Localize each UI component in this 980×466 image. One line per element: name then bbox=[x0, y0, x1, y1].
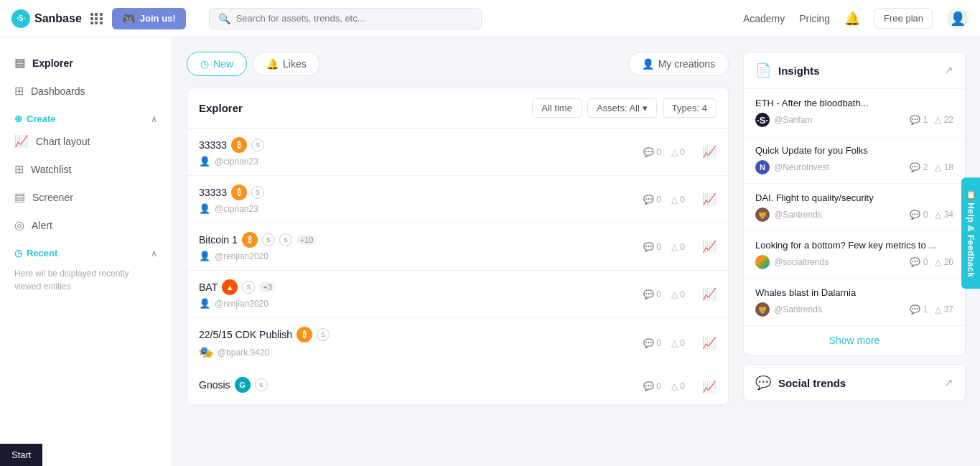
insight-row[interactable]: Whales blast in Dalarnia 🦁 @Santrends 💬 … bbox=[744, 279, 965, 326]
insight-title: Whales blast in Dalarnia bbox=[755, 287, 953, 298]
insight-comments: 💬 1 bbox=[910, 115, 928, 125]
sidebar-item-screener[interactable]: ▤ Screener bbox=[0, 183, 172, 211]
pricing-link[interactable]: Pricing bbox=[799, 13, 830, 24]
table-row[interactable]: Bitcoin 1 ₿ S S +10 👤 @renjian2020 bbox=[187, 223, 728, 271]
comment-count: 💬 0 bbox=[643, 195, 661, 205]
insight-title: ETH - After the bloodbath... bbox=[755, 98, 953, 108]
author-avatar: 🦁 bbox=[755, 302, 770, 317]
table-row[interactable]: 33333 ₿ S 👤 @ciprian23 💬 0 △ 0 bbox=[187, 176, 728, 223]
avatar[interactable]: 👤 bbox=[947, 8, 969, 29]
insights-card: 📄 Insights ↗ ETH - After the bloodbath..… bbox=[743, 52, 966, 355]
screener-icon: ▤ bbox=[14, 190, 25, 204]
filter-alltime-button[interactable]: All time bbox=[532, 98, 582, 118]
insight-meta: 🦁 @Santrends 💬 1 △ 37 bbox=[755, 302, 953, 317]
show-more-button[interactable]: Show more bbox=[744, 326, 965, 355]
tag-icon: S bbox=[251, 139, 264, 152]
explorer-panel: Explorer All time Assets: All ▾ Types: 4 bbox=[187, 88, 729, 406]
insight-meta: 🦁 @Santrends 💬 0 △ 34 bbox=[755, 208, 953, 222]
chart-line-icon: 📈 bbox=[702, 240, 717, 253]
plus-tag: +3 bbox=[259, 282, 276, 292]
row-right: 💬 0 △ 0 📈 bbox=[643, 336, 717, 350]
search-input[interactable] bbox=[236, 13, 472, 24]
tab-my-creations[interactable]: 👤 My creations bbox=[628, 52, 729, 76]
insight-title: Quick Update for you Folks bbox=[755, 145, 953, 156]
search-bar[interactable]: 🔍 bbox=[209, 8, 482, 29]
insight-upvotes: △ 37 bbox=[935, 304, 953, 314]
sidebar-item-watchlist[interactable]: ⊞ Watchlist bbox=[0, 155, 172, 183]
insight-row[interactable]: DAI. Flight to quality/security 🦁 @Santr… bbox=[744, 184, 965, 231]
insight-counts: 💬 0 △ 34 bbox=[910, 210, 953, 220]
right-panel: 📄 Insights ↗ ETH - After the bloodbath..… bbox=[743, 52, 966, 452]
insight-row[interactable]: ETH - After the bloodbath... ·S· @Sanfam… bbox=[744, 89, 965, 136]
help-feedback-button[interactable]: 📋 Help & Feedback bbox=[961, 177, 980, 289]
sidebar-item-chart-layout[interactable]: 📈 Chart layout bbox=[0, 127, 172, 155]
topnav: ·S· Sanbase 🎮 Join us! 🔍 Academy Pricing… bbox=[0, 0, 980, 37]
insight-author: @socialtrends bbox=[755, 255, 829, 269]
join-button[interactable]: 🎮 Join us! bbox=[112, 8, 186, 29]
sidebar-item-explorer[interactable]: ▤ Explorer bbox=[0, 49, 172, 77]
upvote-count: △ 0 bbox=[671, 242, 685, 252]
social-trends-title-wrap: 💬 Social trends bbox=[755, 375, 846, 391]
tab-new[interactable]: ◷ New bbox=[187, 52, 247, 76]
insight-meta: N @NeuroInvest 💬 2 △ 18 bbox=[755, 160, 953, 174]
bell-icon[interactable]: 🔔 bbox=[844, 11, 860, 27]
insight-author: ·S· @Sanfam bbox=[755, 113, 813, 127]
logo[interactable]: ·S· Sanbase bbox=[11, 9, 82, 28]
insight-author: 🦁 @Santrends bbox=[755, 208, 822, 222]
social-trends-external-icon[interactable]: ↗ bbox=[944, 376, 953, 389]
sidebar-item-alert[interactable]: ◎ Alert bbox=[0, 211, 172, 239]
sidebar-create-section[interactable]: ⊕ Create ∧ bbox=[0, 105, 172, 127]
filter-types-button[interactable]: Types: 4 bbox=[663, 98, 717, 118]
recent-chevron-icon: ∧ bbox=[151, 248, 157, 258]
author-avatar: N bbox=[755, 160, 770, 174]
row-meta: 👤 @renjian2020 bbox=[199, 251, 643, 261]
row-content: Bitcoin 1 ₿ S S +10 👤 @renjian2020 bbox=[199, 232, 643, 261]
insight-comments: 💬 1 bbox=[910, 304, 928, 314]
filter-assets-button[interactable]: Assets: All ▾ bbox=[587, 98, 657, 118]
table-row[interactable]: 22/5/15 CDK Publish ₿ S 🎭 @bpark.9420 💬 … bbox=[187, 318, 728, 368]
likes-tab-icon: 🔔 bbox=[266, 58, 279, 70]
chart-layout-icon: 📈 bbox=[14, 134, 29, 148]
insight-comments: 💬 2 bbox=[910, 162, 928, 172]
create-icon: ⊕ bbox=[14, 113, 22, 124]
table-row[interactable]: 33333 ₿ S 👤 @ciprian23 💬 0 △ 0 bbox=[187, 129, 728, 176]
tag-icon: S bbox=[317, 328, 330, 341]
insights-icon: 📄 bbox=[755, 62, 771, 78]
btc-icon: ₿ bbox=[297, 327, 312, 342]
external-link-icon[interactable]: ↗ bbox=[944, 64, 953, 77]
insight-row[interactable]: Looking for a bottom? Few key metrics to… bbox=[744, 231, 965, 279]
sidebar-item-dashboards[interactable]: ⊞ Dashboards bbox=[0, 77, 172, 105]
author-avatar: 🦁 bbox=[755, 208, 770, 222]
row-content: 33333 ₿ S 👤 @ciprian23 bbox=[199, 185, 643, 214]
free-plan-button[interactable]: Free plan bbox=[874, 8, 933, 29]
chart-line-icon: 📈 bbox=[702, 192, 717, 206]
filter-buttons: All time Assets: All ▾ Types: 4 bbox=[532, 98, 717, 118]
tag-icon: S bbox=[255, 378, 268, 391]
table-row[interactable]: Gnosis G S 💬 0 △ 0 📈 bbox=[187, 368, 728, 405]
bat-icon: ▲ bbox=[222, 279, 238, 295]
chart-line-icon: 📈 bbox=[702, 145, 717, 159]
row-meta: 👤 @ciprian23 bbox=[199, 156, 643, 167]
tag-icon: S bbox=[251, 186, 264, 199]
tab-likes[interactable]: 🔔 Likes bbox=[253, 52, 320, 76]
upvote-count: △ 0 bbox=[671, 195, 685, 205]
insight-comments: 💬 0 bbox=[910, 210, 928, 220]
row-meta: 👤 @renjian2020 bbox=[199, 298, 643, 309]
table-row[interactable]: BAT ▲ S +3 👤 @renjian2020 💬 0 bbox=[187, 271, 728, 318]
row-meta: 🎭 @bpark.9420 bbox=[199, 345, 643, 359]
layout: ▤ Explorer ⊞ Dashboards ⊕ Create ∧ 📈 Cha… bbox=[0, 37, 980, 466]
recent-icon: ◷ bbox=[14, 248, 22, 258]
plus-tag: +10 bbox=[297, 235, 317, 245]
upvote-count: △ 0 bbox=[671, 338, 685, 348]
grid-icon[interactable] bbox=[90, 13, 103, 24]
insight-row[interactable]: Quick Update for you Folks N @NeuroInves… bbox=[744, 136, 965, 184]
sidebar-recent-section[interactable]: ◷ Recent ∧ bbox=[0, 239, 172, 261]
nav-right: Academy Pricing 🔔 Free plan 👤 bbox=[743, 8, 969, 29]
row-title: Gnosis G S bbox=[199, 377, 643, 393]
discord-icon: 🎮 bbox=[122, 12, 136, 25]
academy-link[interactable]: Academy bbox=[743, 13, 785, 24]
insight-meta: ·S· @Sanfam 💬 1 △ 22 bbox=[755, 113, 953, 127]
start-button[interactable]: Start bbox=[0, 444, 42, 466]
tabs-row: ◷ New 🔔 Likes 👤 My creations bbox=[187, 52, 729, 76]
insight-upvotes: △ 22 bbox=[935, 115, 953, 125]
